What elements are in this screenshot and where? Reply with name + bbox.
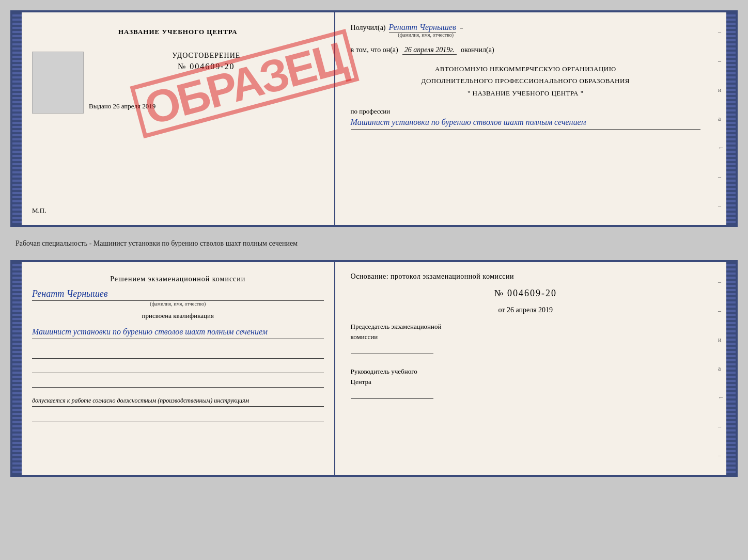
udost-number: № 004609-20 (172, 62, 240, 71)
rukovoditel-line1: Руководитель учебного (351, 366, 700, 377)
ot-date-value: 26 апреля 2019 (507, 306, 553, 314)
underline-bottom (32, 412, 324, 422)
predsedatel-text: Председатель экзаменационной комиссии (351, 322, 700, 354)
top-right-page: Получил(а) Ренатт Чернышев – (фамилия, и… (335, 12, 716, 225)
right-spine-bottom (726, 262, 736, 475)
person-block: Ренатт Чернышев (фамилия, имя, отчество) (32, 289, 324, 307)
mp-row: М.П. (32, 206, 46, 215)
left-spine (12, 12, 22, 225)
fio-label-bottom: (фамилия, имя, отчество) (32, 301, 324, 307)
poluchil-row: Получил(а) Ренатт Чернышев – (фамилия, и… (351, 23, 700, 38)
udost-label: УДОСТОВЕРЕНИЕ (172, 52, 240, 60)
qualification-name: Машинист установки по бурению стволов ша… (32, 325, 324, 339)
bottom-left-page: Решением экзаменационной комиссии Ренатт… (22, 262, 335, 475)
po-professii-label: по профессии (351, 107, 700, 116)
po-professii-block: по профессии Машинист установки по бурен… (351, 107, 700, 130)
poluchil-name-block: Ренатт Чернышев – (фамилия, имя, отчеств… (389, 23, 463, 38)
protocol-date: от 26 апреля 2019 (351, 306, 700, 314)
predsedatel-line2: комиссии (351, 332, 700, 342)
top-left-page: НАЗВАНИЕ УЧЕБНОГО ЦЕНТРА УДОСТОВЕРЕНИЕ №… (22, 12, 335, 225)
poluchil-name: Ренатт Чернышев (389, 23, 456, 33)
udost-container: УДОСТОВЕРЕНИЕ № 004609-20 ОБРАЗЕЦ Выдано… (32, 41, 324, 202)
rukovoditel-text: Руководитель учебного Центра (351, 366, 700, 399)
org-line2: ДОПОЛНИТЕЛЬНОГО ПРОФЕССИОНАЛЬНОГО ОБРАЗО… (351, 75, 700, 87)
profession-name-top: Машинист установки по бурению стволов ша… (351, 116, 700, 130)
rukovoditel-sign-line (351, 389, 433, 399)
photo-placeholder (32, 52, 84, 114)
org-line1: АВТОНОМНУЮ НЕКОММЕРЧЕСКУЮ ОРГАНИЗАЦИЮ (351, 63, 700, 75)
predsedatel-sign-line (351, 344, 433, 354)
underline-2 (32, 363, 324, 373)
rukovoditel-line2: Центра (351, 377, 700, 387)
vtom-date: 26 апреля 2019г. (402, 46, 457, 55)
person-name: Ренатт Чернышев (32, 289, 324, 301)
dopuskaetsya-text: допускается к работе согласно должностны… (32, 396, 324, 407)
okonchil-label: окончил(а) (461, 46, 494, 54)
top-certificate-book: НАЗВАНИЕ УЧЕБНОГО ЦЕНТРА УДОСТОВЕРЕНИЕ №… (10, 10, 738, 227)
vydano-text: Выдано 26 апреля 2019 (89, 102, 155, 110)
predsedatel-line1: Председатель экзаменационной (351, 322, 700, 332)
org-line3: " НАЗВАНИЕ УЧЕБНОГО ЦЕНТРА " (351, 87, 700, 99)
dash-after-name: – (460, 25, 463, 31)
vtom-row: в том, что он(а) 26 апреля 2019г. окончи… (351, 46, 700, 55)
specialty-text: Рабочая специальность - Машинист установ… (10, 236, 738, 251)
osnovaniye-text: Основание: протокол экзаменационной коми… (351, 273, 700, 281)
fio-label-top: (фамилия, имя, отчество) (389, 32, 463, 38)
poluchil-label: Получил(а) (351, 24, 386, 32)
prisvoena-label: присвоена квалификация (32, 312, 324, 320)
number-prefix: № (494, 288, 504, 298)
vtom-label: в том, что он(а) (351, 46, 398, 54)
resheniyem-text: Решением экзаменационной комиссии (32, 275, 324, 283)
right-spine-top (726, 12, 736, 225)
page-wrapper: НАЗВАНИЕ УЧЕБНОГО ЦЕНТРА УДОСТОВЕРЕНИЕ №… (10, 10, 738, 477)
bottom-certificate-book: Решением экзаменационной комиссии Ренатт… (10, 260, 738, 477)
bottom-right-page: Основание: протокол экзаменационной коми… (335, 262, 716, 475)
ot-label: от (498, 306, 505, 314)
right-side-dashes: – – и а ← – – (716, 12, 726, 225)
underline-1 (32, 348, 324, 359)
underline-3 (32, 377, 324, 388)
stamp-obrazec: ОБРАЗЕЦ (130, 29, 360, 138)
protocol-num-value: 004609-20 (507, 288, 557, 298)
bottom-right-side-dashes: – – и а ← – – (716, 262, 726, 475)
school-title: НАЗВАНИЕ УЧЕБНОГО ЦЕНТРА (118, 28, 238, 36)
lines-block (32, 348, 324, 388)
protocol-number: № 004609-20 (351, 288, 700, 299)
org-block: АВТОНОМНУЮ НЕКОММЕРЧЕСКУЮ ОРГАНИЗАЦИЮ ДО… (351, 63, 700, 99)
bottom-left-spine (12, 262, 22, 475)
